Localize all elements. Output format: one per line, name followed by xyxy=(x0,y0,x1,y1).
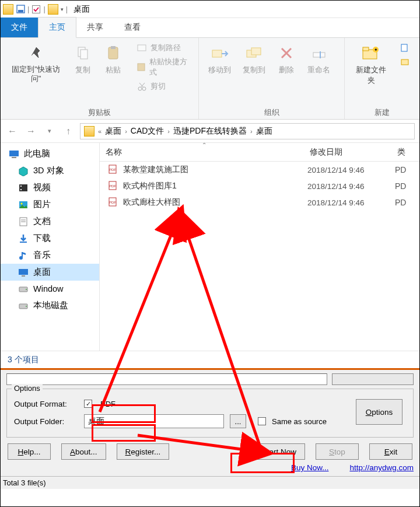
svg-point-10 xyxy=(142,87,146,90)
newitem-button[interactable] xyxy=(397,41,412,54)
svg-point-38 xyxy=(26,289,27,290)
svg-text:PDF: PDF xyxy=(109,168,116,172)
sidebar-item-1[interactable]: 视频 xyxy=(1,179,99,196)
tab-share[interactable]: 共享 xyxy=(76,18,114,37)
svg-rect-2 xyxy=(33,5,40,13)
checkbox-icon[interactable] xyxy=(32,5,41,14)
tab-home[interactable]: 主页 xyxy=(38,17,76,38)
doc-icon xyxy=(18,216,29,227)
sidebar-item-2[interactable]: 图片 xyxy=(1,196,99,213)
svg-point-34 xyxy=(19,256,23,260)
easyaccess-button[interactable] xyxy=(397,55,412,68)
svg-text:PDF: PDF xyxy=(109,201,116,204)
drive-icon xyxy=(18,300,29,311)
svg-point-9 xyxy=(138,87,142,90)
svg-rect-35 xyxy=(19,269,28,275)
options-button[interactable]: Options xyxy=(356,399,402,425)
sidebar-item-5[interactable]: 音乐 xyxy=(1,247,99,264)
cut-button[interactable]: 剪切 xyxy=(134,80,191,93)
svg-rect-23 xyxy=(12,157,16,158)
svg-rect-7 xyxy=(138,45,146,51)
ribbon: 固定到"快速访问" 复制 粘贴 复制路径 粘贴快捷方式 剪切 剪贴板 移动到 xyxy=(1,38,419,120)
music-icon xyxy=(18,250,29,261)
explorer-statusbar: 3 个项目 xyxy=(1,351,419,368)
sidebar-item-4[interactable]: 下载 xyxy=(1,230,99,247)
save-icon[interactable] xyxy=(16,5,25,14)
pin-button[interactable]: 固定到"快速访问" xyxy=(8,41,64,85)
sidebar: 此电脑 3D 对象视频图片文档下载音乐桌面Window本地磁盘 xyxy=(1,143,100,351)
svg-rect-21 xyxy=(401,60,408,65)
delete-button[interactable]: 删除 xyxy=(275,41,298,78)
pasteshortcut-button[interactable]: 粘贴快捷方式 xyxy=(134,55,191,79)
file-row[interactable]: PDF欧式廊柱大样图2018/12/14 9:46PD xyxy=(100,194,419,211)
filelist: ⌃ 名称 修改日期 类 PDF某教堂建筑施工图2018/12/14 9:46PD… xyxy=(100,143,419,351)
help-button[interactable]: Help... xyxy=(8,443,51,460)
recent-button[interactable]: ▾ xyxy=(43,124,57,138)
file-input-box[interactable] xyxy=(6,373,327,385)
sidebar-this-pc[interactable]: 此电脑 xyxy=(1,145,99,162)
tab-file[interactable]: 文件 xyxy=(1,18,38,37)
paste-button[interactable]: 粘贴 xyxy=(102,41,125,78)
cube-icon xyxy=(18,166,29,176)
dropdown-icon[interactable]: ▾ xyxy=(61,6,64,12)
svg-rect-20 xyxy=(401,44,407,51)
group-clipboard-label: 剪贴板 xyxy=(8,107,191,118)
register-button[interactable]: Register... xyxy=(117,443,170,460)
tab-view[interactable]: 查看 xyxy=(114,18,151,37)
about-button[interactable]: About... xyxy=(61,443,106,460)
output-format-label: Output Format: xyxy=(14,400,78,408)
add-files-button[interactable] xyxy=(332,373,414,385)
newfolder-button[interactable]: ✦ 新建文件夹 xyxy=(352,41,390,88)
exit-button[interactable]: Exit xyxy=(369,443,412,460)
svg-rect-26 xyxy=(20,186,22,187)
breadcrumb[interactable]: « 桌面› CAD文件› 迅捷PDF在线转换器› 桌面 xyxy=(80,123,415,139)
copypath-button[interactable]: 复制路径 xyxy=(134,41,191,54)
svg-marker-24 xyxy=(19,167,27,176)
window-title: 桌面 xyxy=(74,4,90,15)
file-row[interactable]: PDF某教堂建筑施工图2018/12/14 9:46PD xyxy=(100,162,419,178)
sort-indicator: ⌃ xyxy=(202,143,206,148)
copy-button[interactable]: 复制 xyxy=(71,41,94,78)
col-type[interactable]: 类 xyxy=(391,147,419,158)
sidebar-item-6[interactable]: 桌面 xyxy=(1,264,99,281)
moveto-button[interactable]: 移动到 xyxy=(206,41,233,78)
copyto-button[interactable]: 复制到 xyxy=(240,41,268,78)
sidebar-item-0[interactable]: 3D 对象 xyxy=(1,162,99,179)
col-name[interactable]: 名称 xyxy=(100,147,304,158)
browse-button[interactable]: ... xyxy=(230,414,246,428)
pdf-icon: PDF xyxy=(108,165,118,175)
convert-button[interactable]: Convert Now xyxy=(242,443,305,460)
crumb-0[interactable]: 桌面 xyxy=(105,126,121,137)
same-source-label: Same as source xyxy=(272,417,327,426)
same-source-checkbox[interactable] xyxy=(258,417,266,425)
file-row[interactable]: PDF欧式构件图库12018/12/14 9:46PD xyxy=(100,178,419,194)
buy-link[interactable]: Buy Now... xyxy=(291,463,329,472)
crumb-1[interactable]: CAD文件 xyxy=(131,126,164,137)
url-link[interactable]: http://anydwg.com xyxy=(349,463,414,472)
sidebar-item-7[interactable]: Window xyxy=(1,281,99,297)
forward-button[interactable]: → xyxy=(24,124,38,138)
group-new-label: 新建 xyxy=(352,107,412,118)
svg-text:✦: ✦ xyxy=(374,47,378,53)
col-date[interactable]: 修改日期 xyxy=(304,147,391,158)
svg-text:PDF: PDF xyxy=(109,184,116,188)
app-panel: Options Output Format: ✓ PDF Output Fold… xyxy=(1,368,419,476)
titlebar: | | ▾ | 桌面 xyxy=(1,1,419,18)
sidebar-item-3[interactable]: 文档 xyxy=(1,213,99,230)
stop-button: Stop xyxy=(316,443,359,460)
crumb-3[interactable]: 桌面 xyxy=(256,126,272,137)
crumb-2[interactable]: 迅捷PDF在线转换器 xyxy=(173,126,247,137)
output-format-checkbox[interactable]: ✓ xyxy=(84,400,92,408)
output-folder-input[interactable] xyxy=(84,414,224,428)
app-statusbar: Total 3 file(s) xyxy=(1,476,419,489)
svg-rect-25 xyxy=(19,184,27,191)
rename-button[interactable]: 重命名 xyxy=(305,41,332,78)
desktop-icon xyxy=(18,267,29,278)
svg-rect-13 xyxy=(251,48,261,55)
up-button[interactable]: ↑ xyxy=(61,124,75,138)
download-icon xyxy=(18,233,29,244)
sidebar-item-8[interactable]: 本地磁盘 xyxy=(1,297,99,314)
svg-rect-36 xyxy=(22,275,25,277)
back-button[interactable]: ← xyxy=(5,124,19,138)
svg-rect-22 xyxy=(9,151,19,156)
